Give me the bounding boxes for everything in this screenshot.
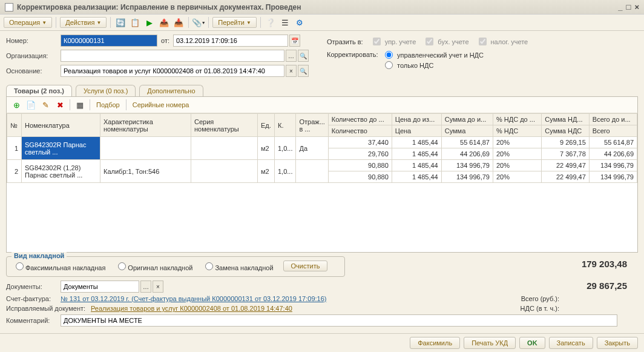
print-button[interactable]: Печать УКД	[464, 337, 516, 349]
tab-goods[interactable]: Товары (2 поз.)	[6, 85, 72, 96]
goto-menu[interactable]: Перейти▼	[212, 17, 257, 28]
col-refl[interactable]: Отраж... в ...	[296, 114, 328, 137]
correct-label: Корректировать:	[327, 51, 385, 71]
list-icon[interactable]: ☰	[279, 16, 291, 28]
reflect-label: Отразить в:	[327, 38, 363, 45]
actions-menu[interactable]: Действия▼	[60, 17, 107, 28]
main-toolbar: Операция▼ Действия▼ 🔄 📋 ▶ 📤 📥 📎▼ Перейти…	[0, 15, 644, 31]
posting-icon[interactable]: 📋	[129, 16, 141, 28]
footer-bar: Факсимиль Печать УКД OK Записать Закрыть	[0, 333, 644, 352]
select-link[interactable]: Подбор	[94, 101, 122, 108]
maximize-button[interactable]: □	[626, 2, 631, 12]
col-n[interactable]: №	[7, 114, 22, 137]
delete-icon[interactable]: ✖	[54, 99, 66, 111]
add-icon[interactable]: ⊕	[10, 99, 22, 111]
repl-radio[interactable]: Замена накладной	[202, 261, 273, 271]
vat-label: НДС (в т. ч.):	[521, 305, 559, 312]
basis-search-icon[interactable]: 🔍	[298, 65, 309, 77]
docs-select-icon[interactable]: …	[140, 281, 151, 293]
correct-opt1[interactable]: управленческий учет и НДС	[385, 51, 484, 59]
fax-button[interactable]: Факсимиль	[410, 337, 460, 349]
help-icon[interactable]: ❔	[264, 16, 277, 28]
operation-menu[interactable]: Операция▼	[4, 17, 52, 28]
settings-icon[interactable]: ⚙	[294, 16, 306, 28]
refresh-icon[interactable]: 🔄	[114, 16, 126, 28]
col-k[interactable]: К.	[275, 114, 296, 137]
invoice-link[interactable]: № 131 от 03.12.2019 г. (Счет-фактура выд…	[61, 295, 326, 302]
post-icon[interactable]: ▶	[143, 16, 156, 28]
number-input[interactable]	[61, 35, 157, 47]
from-label: от:	[161, 37, 169, 44]
basis-input[interactable]	[61, 65, 284, 77]
col-nomen[interactable]: Номенклатура	[22, 114, 100, 137]
net-total: 29 867,25	[586, 281, 627, 291]
table-row: 2 SG842302R (1,28) Парнас светлый ... Ка…	[7, 160, 637, 171]
data-grid[interactable]: № Номенклатура Характеристика номенклату…	[6, 113, 638, 253]
total-rub-label: Всего (руб.):	[521, 295, 559, 302]
buh-checkbox[interactable]: бух. учете	[423, 36, 468, 47]
invoice-type-fieldset: Вид накладной Факсимильная накладная Ори…	[6, 256, 345, 277]
basis-clear-icon[interactable]: ×	[286, 65, 297, 77]
grand-total: 179 203,48	[582, 259, 627, 269]
col-vatsum[interactable]: Сумма НДС	[542, 125, 589, 137]
col-sum-before[interactable]: Сумма до и...	[441, 114, 493, 125]
col-price[interactable]: Цена	[392, 125, 441, 137]
document-icon	[5, 3, 13, 12]
serial-link[interactable]: Серийные номера	[130, 101, 192, 108]
col-price-before[interactable]: Цена до из...	[392, 114, 441, 125]
structure-icon[interactable]: 📤	[158, 16, 170, 28]
docs-input[interactable]	[61, 281, 139, 293]
table-row: 1 SG842302R Парнас светлый ... м2 1,0...…	[7, 137, 637, 148]
col-sum[interactable]: Сумма	[441, 125, 493, 137]
edit2-icon[interactable]: ✎	[39, 99, 51, 111]
correct-opt2[interactable]: только НДС	[385, 61, 484, 69]
col-vatpct[interactable]: % НДС	[493, 125, 541, 137]
basis-label: Основание:	[6, 67, 61, 75]
close-form-button[interactable]: Закрыть	[597, 337, 638, 349]
upr-checkbox[interactable]: упр. учете	[370, 36, 416, 47]
col-total-before[interactable]: Всего до и...	[589, 114, 637, 125]
nalog-checkbox[interactable]: налог. учете	[476, 36, 528, 47]
close-button[interactable]: ×	[634, 2, 639, 12]
edit-icon[interactable]: 📄	[25, 99, 37, 111]
grid-toolbar: ⊕ 📄 ✎ ✖ ▦ Подбор Серийные номера	[6, 96, 638, 113]
comment-input[interactable]	[61, 314, 617, 327]
tab-services[interactable]: Услуги (0 поз.)	[76, 85, 136, 96]
docs-label: Документы:	[6, 283, 61, 290]
save-button[interactable]: Записать	[549, 337, 593, 349]
copy-icon[interactable]: 📥	[172, 16, 185, 28]
col-unit[interactable]: Ед.	[258, 114, 275, 137]
clear-button[interactable]: Очистить	[283, 261, 328, 271]
grid-icon[interactable]: ▦	[74, 99, 86, 111]
col-qty-before[interactable]: Количество до ...	[328, 114, 392, 125]
titlebar: Корректировка реализации: Исправление в …	[0, 0, 644, 15]
ok-button[interactable]: OK	[519, 337, 545, 349]
col-total[interactable]: Всего	[589, 125, 637, 137]
window-title: Корректировка реализации: Исправление в …	[17, 3, 614, 12]
col-vatpct-before[interactable]: % НДС до ...	[493, 114, 541, 125]
col-qty[interactable]: Количество	[328, 125, 392, 137]
org-input[interactable]	[61, 50, 284, 62]
org-select-icon[interactable]: …	[286, 50, 297, 62]
corrected-link[interactable]: Реализация товаров и услуг К0000002408 о…	[91, 305, 292, 312]
minimize-button[interactable]: _	[618, 2, 622, 12]
orig-radio[interactable]: Оригинал накладной	[115, 261, 192, 271]
attach-icon[interactable]: 📎▼	[192, 16, 205, 28]
comment-label: Комментарий:	[6, 317, 61, 324]
org-label: Организация:	[6, 52, 61, 59]
col-vatsum-before[interactable]: Сумма НД...	[542, 114, 589, 125]
corrected-label: Исправляемый документ:	[6, 305, 91, 312]
col-series[interactable]: Серия номенклатуры	[191, 114, 258, 137]
number-label: Номер:	[6, 37, 61, 44]
org-search-icon[interactable]: 🔍	[298, 50, 309, 62]
fax-radio[interactable]: Факсимильная накладная	[13, 261, 105, 271]
calendar-icon[interactable]: 📅	[289, 35, 300, 47]
col-char[interactable]: Характеристика номенклатуры	[100, 114, 191, 137]
docs-clear-icon[interactable]: ×	[153, 281, 163, 293]
invoice-label: Счет-фактура:	[6, 295, 61, 302]
date-input[interactable]	[173, 35, 288, 47]
tab-additional[interactable]: Дополнительно	[139, 85, 203, 96]
invoice-type-legend: Вид накладной	[12, 252, 67, 259]
